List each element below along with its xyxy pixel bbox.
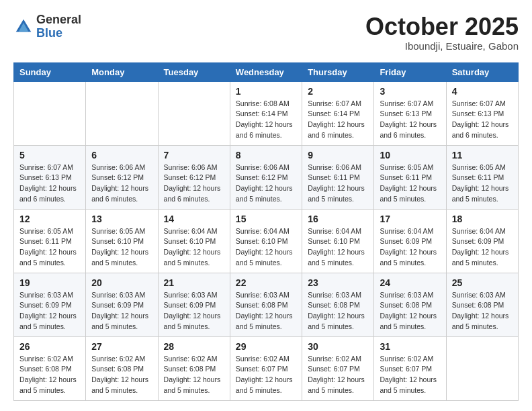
day-info: Sunrise: 6:02 AMSunset: 6:08 PMDaylight:…: [164, 354, 224, 396]
day-info: Sunrise: 6:08 AMSunset: 6:14 PMDaylight:…: [236, 99, 296, 141]
day-info: Sunrise: 6:06 AMSunset: 6:11 PMDaylight:…: [308, 163, 368, 205]
calendar-cell: 7Sunrise: 6:06 AMSunset: 6:12 PMDaylight…: [158, 145, 230, 209]
day-info: Sunrise: 6:03 AMSunset: 6:09 PMDaylight:…: [164, 290, 224, 332]
calendar-cell: 23Sunrise: 6:03 AMSunset: 6:08 PMDayligh…: [302, 273, 374, 336]
day-info: Sunrise: 6:03 AMSunset: 6:09 PMDaylight:…: [19, 290, 80, 332]
day-info: Sunrise: 6:07 AMSunset: 6:13 PMDaylight:…: [19, 163, 80, 205]
weekday-header-saturday: Saturday: [446, 62, 518, 81]
day-number: 30: [308, 341, 368, 352]
day-number: 22: [236, 277, 296, 288]
calendar-cell: 9Sunrise: 6:06 AMSunset: 6:11 PMDaylight…: [302, 145, 374, 209]
day-info: Sunrise: 6:03 AMSunset: 6:08 PMDaylight:…: [452, 290, 513, 332]
calendar-cell: 6Sunrise: 6:06 AMSunset: 6:12 PMDaylight…: [86, 145, 158, 209]
weekday-header-tuesday: Tuesday: [158, 62, 230, 81]
logo-icon: [13, 17, 34, 37]
day-number: 1: [236, 86, 296, 97]
calendar-week-1: 1Sunrise: 6:08 AMSunset: 6:14 PMDaylight…: [14, 81, 519, 145]
day-number: 2: [308, 86, 368, 97]
logo: General Blue: [13, 13, 81, 40]
month-title: October 2025: [365, 13, 519, 40]
day-number: 5: [19, 150, 80, 161]
day-info: Sunrise: 6:02 AMSunset: 6:08 PMDaylight:…: [19, 354, 80, 396]
day-info: Sunrise: 6:03 AMSunset: 6:08 PMDaylight:…: [308, 290, 368, 332]
calendar-cell: 1Sunrise: 6:08 AMSunset: 6:14 PMDaylight…: [230, 81, 302, 145]
calendar-cell: 17Sunrise: 6:04 AMSunset: 6:09 PMDayligh…: [374, 209, 446, 273]
calendar-header-row: SundayMondayTuesdayWednesdayThursdayFrid…: [14, 62, 519, 81]
calendar-table: SundayMondayTuesdayWednesdayThursdayFrid…: [13, 62, 519, 401]
day-number: 31: [380, 341, 440, 352]
weekday-header-thursday: Thursday: [302, 62, 374, 81]
calendar-cell: 20Sunrise: 6:03 AMSunset: 6:09 PMDayligh…: [86, 273, 158, 336]
calendar-cell: 21Sunrise: 6:03 AMSunset: 6:09 PMDayligh…: [158, 273, 230, 336]
location: Iboundji, Estuaire, Gabon: [365, 40, 519, 52]
day-info: Sunrise: 6:05 AMSunset: 6:11 PMDaylight:…: [452, 163, 513, 205]
weekday-header-monday: Monday: [86, 62, 158, 81]
calendar-cell: 16Sunrise: 6:04 AMSunset: 6:10 PMDayligh…: [302, 209, 374, 273]
day-info: Sunrise: 6:03 AMSunset: 6:08 PMDaylight:…: [236, 290, 296, 332]
day-number: 28: [164, 341, 224, 352]
day-number: 10: [380, 150, 440, 161]
day-info: Sunrise: 6:02 AMSunset: 6:07 PMDaylight:…: [308, 354, 368, 396]
day-info: Sunrise: 6:04 AMSunset: 6:09 PMDaylight:…: [380, 226, 440, 269]
calendar-cell: [86, 81, 158, 145]
calendar-cell: 8Sunrise: 6:06 AMSunset: 6:12 PMDaylight…: [230, 145, 302, 209]
calendar-week-3: 12Sunrise: 6:05 AMSunset: 6:11 PMDayligh…: [14, 209, 519, 273]
day-number: 17: [380, 214, 440, 224]
day-info: Sunrise: 6:02 AMSunset: 6:08 PMDaylight:…: [91, 354, 152, 396]
day-number: 25: [452, 277, 513, 288]
calendar-cell: 10Sunrise: 6:05 AMSunset: 6:11 PMDayligh…: [374, 145, 446, 209]
day-number: 15: [236, 214, 296, 224]
calendar-cell: 29Sunrise: 6:02 AMSunset: 6:07 PMDayligh…: [230, 336, 302, 400]
weekday-header-sunday: Sunday: [14, 62, 86, 81]
calendar-cell: 4Sunrise: 6:07 AMSunset: 6:13 PMDaylight…: [446, 81, 518, 145]
calendar-cell: 24Sunrise: 6:03 AMSunset: 6:08 PMDayligh…: [374, 273, 446, 336]
day-number: 4: [452, 86, 513, 97]
calendar-cell: 22Sunrise: 6:03 AMSunset: 6:08 PMDayligh…: [230, 273, 302, 336]
day-number: 19: [19, 277, 80, 288]
calendar-week-4: 19Sunrise: 6:03 AMSunset: 6:09 PMDayligh…: [14, 273, 519, 336]
day-info: Sunrise: 6:04 AMSunset: 6:10 PMDaylight:…: [164, 226, 224, 269]
day-info: Sunrise: 6:02 AMSunset: 6:07 PMDaylight:…: [380, 354, 440, 396]
calendar-cell: 11Sunrise: 6:05 AMSunset: 6:11 PMDayligh…: [446, 145, 518, 209]
day-number: 12: [19, 214, 80, 224]
day-number: 13: [91, 214, 152, 224]
day-info: Sunrise: 6:04 AMSunset: 6:09 PMDaylight:…: [452, 226, 513, 269]
day-number: 14: [164, 214, 224, 224]
calendar-week-5: 26Sunrise: 6:02 AMSunset: 6:08 PMDayligh…: [14, 336, 519, 400]
calendar-cell: 3Sunrise: 6:07 AMSunset: 6:13 PMDaylight…: [374, 81, 446, 145]
day-info: Sunrise: 6:04 AMSunset: 6:10 PMDaylight:…: [236, 226, 296, 269]
day-info: Sunrise: 6:06 AMSunset: 6:12 PMDaylight:…: [236, 163, 296, 205]
day-info: Sunrise: 6:06 AMSunset: 6:12 PMDaylight:…: [164, 163, 224, 205]
day-info: Sunrise: 6:07 AMSunset: 6:13 PMDaylight:…: [452, 99, 513, 141]
day-info: Sunrise: 6:07 AMSunset: 6:14 PMDaylight:…: [308, 99, 368, 141]
calendar-cell: 13Sunrise: 6:05 AMSunset: 6:10 PMDayligh…: [86, 209, 158, 273]
day-info: Sunrise: 6:07 AMSunset: 6:13 PMDaylight:…: [380, 99, 440, 141]
calendar-cell: 5Sunrise: 6:07 AMSunset: 6:13 PMDaylight…: [14, 145, 86, 209]
day-number: 9: [308, 150, 368, 161]
calendar-cell: 31Sunrise: 6:02 AMSunset: 6:07 PMDayligh…: [374, 336, 446, 400]
day-number: 8: [236, 150, 296, 161]
calendar-cell: 19Sunrise: 6:03 AMSunset: 6:09 PMDayligh…: [14, 273, 86, 336]
day-number: 27: [91, 341, 152, 352]
weekday-header-wednesday: Wednesday: [230, 62, 302, 81]
logo-text: General Blue: [36, 13, 81, 40]
calendar-cell: 27Sunrise: 6:02 AMSunset: 6:08 PMDayligh…: [86, 336, 158, 400]
day-number: 16: [308, 214, 368, 224]
page-header: General Blue October 2025 Iboundji, Estu…: [13, 13, 519, 52]
calendar-cell: 25Sunrise: 6:03 AMSunset: 6:08 PMDayligh…: [446, 273, 518, 336]
calendar-cell: 28Sunrise: 6:02 AMSunset: 6:08 PMDayligh…: [158, 336, 230, 400]
calendar-cell: 12Sunrise: 6:05 AMSunset: 6:11 PMDayligh…: [14, 209, 86, 273]
calendar-cell: [14, 81, 86, 145]
day-info: Sunrise: 6:05 AMSunset: 6:11 PMDaylight:…: [19, 226, 80, 269]
day-number: 26: [19, 341, 80, 352]
day-info: Sunrise: 6:05 AMSunset: 6:10 PMDaylight:…: [91, 226, 152, 269]
day-number: 7: [164, 150, 224, 161]
day-info: Sunrise: 6:06 AMSunset: 6:12 PMDaylight:…: [91, 163, 152, 205]
day-info: Sunrise: 6:03 AMSunset: 6:08 PMDaylight:…: [380, 290, 440, 332]
day-number: 29: [236, 341, 296, 352]
day-number: 21: [164, 277, 224, 288]
weekday-header-friday: Friday: [374, 62, 446, 81]
calendar-cell: 18Sunrise: 6:04 AMSunset: 6:09 PMDayligh…: [446, 209, 518, 273]
day-info: Sunrise: 6:05 AMSunset: 6:11 PMDaylight:…: [380, 163, 440, 205]
calendar-cell: 2Sunrise: 6:07 AMSunset: 6:14 PMDaylight…: [302, 81, 374, 145]
